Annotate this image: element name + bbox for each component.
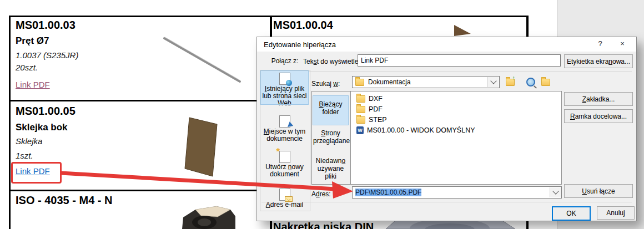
remove-link-button[interactable]: Usuń łącze	[564, 184, 633, 198]
chevron-down-icon[interactable]	[550, 187, 561, 197]
chevron-down-icon[interactable]	[487, 77, 499, 87]
address-combobox[interactable]: PDF\MS01.00.05.PDF	[352, 186, 562, 199]
link-to-label: Połącz z:	[263, 57, 307, 65]
hex-nut-image	[182, 206, 235, 229]
up-folder-icon: ↑	[506, 79, 515, 86]
file-browser: Bieżący folder Strony przeglądane Niedaw…	[311, 91, 562, 185]
browse-web-button[interactable]	[524, 76, 537, 88]
sidebar-item-existing-file[interactable]: Istniejący plik lub strona sieci Web	[261, 71, 308, 104]
folder-icon	[355, 79, 364, 86]
table-row-divider-2	[9, 190, 270, 191]
part-quantity: 1szt.	[16, 151, 33, 160]
dialog-title: Edytowanie hiperłącza	[264, 40, 336, 49]
folder-icon	[356, 95, 365, 103]
dialog-titlebar: Edytowanie hiperłącza ? ×	[257, 37, 636, 52]
part-quantity: 20szt.	[16, 63, 38, 72]
annotation-highlight-box	[11, 162, 62, 184]
address-label: Adres:	[311, 190, 331, 198]
file-item-word-doc[interactable]: W MS01.00.00 - WIDOK DOMYŚLNY	[356, 125, 475, 135]
separator	[303, 71, 632, 72]
up-one-folder-button[interactable]: ↑	[504, 76, 517, 88]
existing-file-icon	[279, 73, 290, 85]
file-item-pdf[interactable]: PDF	[356, 104, 383, 114]
separator	[261, 202, 632, 202]
email-icon	[279, 189, 290, 201]
link-to-sidebar: Istniejący plik lub strona sieci Web Mie…	[260, 70, 310, 211]
look-in-combobox[interactable]: Dokumentacja	[352, 76, 500, 88]
table-border-top	[9, 16, 529, 17]
file-item-dxf[interactable]: DXF	[356, 94, 383, 104]
part-subtitle: Sklejka bok	[16, 122, 68, 133]
part-title: MS01.00.04	[273, 19, 333, 32]
display-text-input[interactable]: Link PDF	[358, 54, 561, 67]
screentip-button[interactable]: Etykietka ekranowa...	[564, 54, 633, 68]
part-material: Sklejka	[16, 136, 42, 146]
ok-button[interactable]: OK	[552, 206, 591, 221]
word-file-icon: W	[356, 126, 364, 134]
table-row-divider-1	[9, 100, 270, 101]
part-title-partial: Nakrętka niska DIN	[273, 221, 374, 229]
part-title: MS01.00.05	[16, 105, 76, 118]
sidebar-item-email-address[interactable]: Adres e-mail	[261, 187, 308, 210]
wedge-image	[454, 25, 471, 36]
rod-image	[164, 38, 240, 82]
browse-folder-icon	[541, 79, 550, 86]
sidebar-item-create-new-document[interactable]: * Utwórz nowy dokument	[261, 149, 308, 176]
file-browser-tabs: Bieżący folder Strony przeglądane Niedaw…	[312, 91, 351, 184]
close-icon[interactable]: ×	[615, 39, 630, 49]
cancel-button[interactable]: Anuluj	[597, 206, 635, 220]
edit-hyperlink-dialog: Edytowanie hiperłącza ? × Połącz z: Teks…	[256, 37, 637, 221]
place-in-document-icon	[279, 115, 290, 128]
part-title: ISO - 4035 - M4 - N	[16, 194, 113, 207]
target-frame-button[interactable]: Ramka docelowa...	[564, 109, 633, 123]
tab-recent-files[interactable]: Niedawno używane pliki	[313, 157, 348, 180]
bookmark-button[interactable]: Zakładka...	[564, 92, 633, 106]
new-document-icon: *	[279, 151, 290, 163]
part-material: 1.0037 (S235JR)	[16, 50, 78, 60]
rod-highlight	[165, 37, 239, 80]
address-value-selected: PDF\MS01.00.05.PDF	[355, 189, 421, 196]
help-icon[interactable]: ?	[593, 39, 607, 49]
part-title: MS01.00.03	[16, 19, 76, 32]
web-search-icon	[526, 78, 535, 86]
part-subtitle: Pręt Ø7	[16, 35, 49, 47]
folder-icon	[356, 116, 365, 124]
browse-file-button[interactable]	[539, 76, 552, 88]
pdf-link-visited[interactable]: Link PDF	[16, 80, 50, 89]
sidebar-item-place-in-document[interactable]: Miejsce w tym dokumencie	[261, 114, 308, 140]
file-item-step[interactable]: STEP	[356, 115, 387, 125]
table-border-left	[9, 16, 11, 229]
plywood-image	[185, 118, 217, 176]
folder-icon	[356, 106, 365, 113]
tab-current-folder[interactable]: Bieżący folder	[313, 96, 348, 125]
look-in-value: Dokumentacja	[368, 78, 411, 86]
tab-browsed-pages[interactable]: Strony przeglądane	[313, 129, 348, 145]
look-in-label: Szukaj w:	[311, 80, 340, 88]
